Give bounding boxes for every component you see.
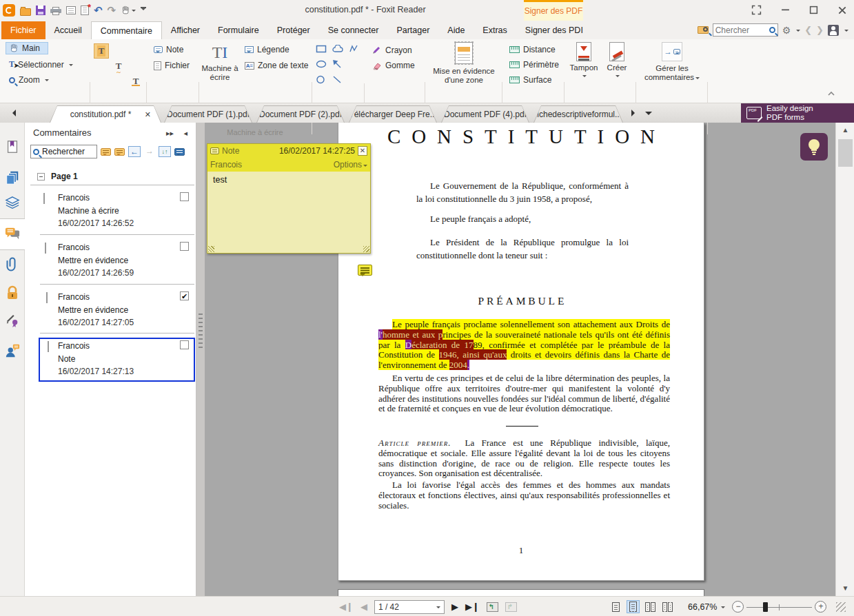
print-icon[interactable] [50, 7, 61, 15]
oval-shape-icon[interactable] [316, 60, 327, 68]
customize-qat-icon[interactable] [141, 7, 146, 14]
search-magnifier-icon[interactable] [769, 27, 775, 33]
previous-page-icon[interactable]: ◀ [360, 602, 367, 612]
stamp-button[interactable]: Tampon [568, 42, 600, 81]
vertical-scrollbar[interactable]: ▲ ▼ [835, 123, 854, 596]
fullscreen-icon[interactable] [751, 5, 762, 15]
area-tool-button[interactable]: Surface [506, 74, 555, 86]
sort-comments-icon[interactable]: ↓↑ [159, 146, 171, 157]
tab-accueil[interactable]: Accueil [45, 21, 91, 39]
comment-author[interactable]: Francois [58, 193, 90, 203]
show-comments-icon[interactable] [174, 148, 185, 156]
nav-forward-icon[interactable]: ❯ [816, 25, 824, 35]
note-close-icon[interactable]: ✕ [358, 146, 367, 156]
gear-caret[interactable] [796, 30, 800, 34]
hand-tool-caret[interactable] [132, 10, 136, 14]
comments-search-input[interactable]: Rechercher [30, 145, 97, 158]
next-page-icon[interactable]: ▶ [451, 602, 458, 612]
zoom-in-icon[interactable]: + [815, 601, 826, 613]
note-body-text[interactable]: test [207, 172, 370, 188]
pages-panel-icon[interactable] [3, 168, 21, 186]
stamp-caret[interactable] [582, 75, 587, 79]
collapse-all-comments-icon[interactable] [114, 148, 125, 156]
first-page-icon[interactable]: ◀❙ [339, 602, 354, 612]
nav-back-icon[interactable]: ❮ [804, 25, 812, 35]
zoom-percentage[interactable]: 66,67% [688, 602, 717, 612]
collapse-group-icon[interactable] [37, 173, 45, 181]
doc-tab-1[interactable]: Document PDF (1).pdf [164, 105, 252, 123]
last-page-icon[interactable]: ▶❙ [465, 602, 480, 612]
new-annotation-icon[interactable]: * [81, 6, 89, 15]
zoom-caret[interactable] [45, 79, 49, 83]
signatures-panel-icon[interactable] [3, 311, 21, 329]
people-comments-icon[interactable] [3, 342, 21, 360]
select-tool-button[interactable]: T➤ Sélectionner [6, 58, 77, 71]
easily-design-pdf-forms-button[interactable]: PDF Easily designPDF forms [741, 103, 854, 123]
single-page-view-icon[interactable] [609, 600, 622, 613]
create-stamp-button[interactable]: Créer [602, 42, 631, 81]
expand-panel-icon[interactable]: ▸▸ [166, 129, 174, 138]
comment-checkbox[interactable] [180, 192, 189, 201]
layers-panel-icon[interactable] [3, 194, 21, 212]
doc-tab-4[interactable]: Document PDF (4).pdf [441, 105, 529, 123]
collapse-comment-icon[interactable] [46, 292, 48, 303]
tab-proteger[interactable]: Protéger [268, 21, 319, 39]
note-options-button[interactable]: Options [334, 160, 367, 170]
scroll-tabs-right-icon[interactable] [631, 110, 635, 116]
tab-afficher[interactable]: Afficher [162, 21, 209, 39]
line-shape-icon[interactable] [332, 75, 342, 84]
scroll-down-icon[interactable]: ▼ [837, 582, 853, 595]
panel-splitter[interactable] [196, 123, 205, 596]
note-popup-header[interactable]: Note 16/02/2017 14:27:25 ✕ [207, 144, 370, 158]
comment-author[interactable]: Francois [58, 243, 90, 252]
slider-handle[interactable] [763, 602, 768, 612]
eraser-tool-button[interactable]: Gomme [368, 59, 418, 72]
highlight-text-button[interactable]: T [94, 43, 109, 59]
note-resize-grip-left[interactable] [208, 246, 214, 252]
tab-se-connecter[interactable]: Se connecter [319, 21, 388, 39]
collapse-comment-icon[interactable] [48, 341, 49, 352]
continuous-view-icon[interactable] [627, 600, 640, 613]
foxit-logo-icon[interactable] [3, 4, 15, 17]
open-file-icon[interactable] [20, 8, 31, 16]
comment-checkbox[interactable]: ✔ [180, 291, 189, 300]
page-group-row[interactable]: Page 1 [37, 172, 78, 181]
tab-list-caret[interactable] [645, 112, 652, 115]
previous-view-icon[interactable]: ↰ [487, 602, 498, 612]
squiggly-underline-button[interactable]: T [111, 59, 126, 74]
avatar-caret[interactable] [844, 30, 848, 34]
facing-view-icon[interactable] [644, 600, 657, 613]
create-stamp-caret[interactable] [616, 75, 620, 79]
comment-author[interactable]: Francois [58, 292, 90, 302]
tab-commentaire[interactable]: Commentaire [91, 21, 162, 39]
assistant-lightbulb-button[interactable] [800, 133, 828, 161]
rectangle-shape-icon[interactable] [316, 45, 327, 53]
comments-panel-icon[interactable] [3, 225, 21, 243]
area-highlight-button[interactable]: Mise en évidence d'une zone [429, 42, 499, 85]
zoom-out-icon[interactable]: − [732, 601, 744, 613]
maximize-icon[interactable] [809, 6, 818, 14]
attachments-panel-icon[interactable] [3, 255, 21, 273]
distance-tool-button[interactable]: Distance [506, 43, 559, 56]
gear-icon[interactable]: ⚙ [782, 25, 791, 36]
main-tool-button[interactable]: Main [6, 42, 48, 54]
textbox-button[interactable]: A≡ Zone de texte [241, 59, 312, 72]
email-document-icon[interactable] [66, 6, 76, 14]
note-comment-button[interactable]: Note [150, 43, 187, 56]
collapse-comment-icon[interactable] [43, 193, 45, 204]
collapse-ribbon-chevron[interactable] [827, 89, 835, 94]
scroll-up-icon[interactable]: ▲ [837, 124, 853, 136]
next-comment-icon[interactable]: → [144, 146, 155, 157]
scrollbar-thumb[interactable] [838, 139, 853, 167]
tab-extras[interactable]: Extras [474, 21, 516, 39]
close-icon[interactable] [837, 6, 847, 15]
next-view-icon[interactable]: ↱ [505, 602, 517, 612]
doc-tab-2[interactable]: Document PDF (2).pdf [256, 105, 345, 123]
hand-tool-quick-icon[interactable] [121, 6, 136, 15]
manage-comments-button[interactable]: → Gérer les commentaires [640, 42, 704, 82]
bookmarks-panel-icon[interactable] [3, 138, 21, 156]
comment-checkbox[interactable] [180, 242, 189, 251]
zoom-percentage-caret[interactable] [721, 606, 725, 610]
redo-icon[interactable]: ↷ [108, 4, 116, 17]
avatar-icon[interactable] [828, 25, 839, 36]
